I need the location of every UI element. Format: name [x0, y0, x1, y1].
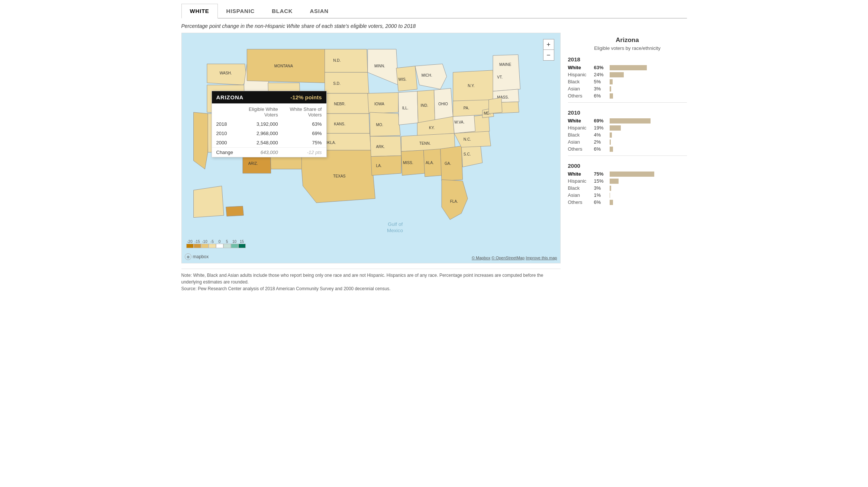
sidebar-data-row: Hispanic24%: [568, 72, 687, 77]
sidebar-race-label: Asian: [568, 192, 594, 198]
sidebar-bar-background: [610, 172, 687, 177]
svg-text:Gulf of: Gulf of: [388, 221, 403, 227]
state-mo[interactable]: [370, 112, 400, 136]
sidebar-bar-fill: [610, 193, 610, 198]
state-ak[interactable]: [193, 186, 223, 218]
sidebar-pct-value: 6%: [594, 199, 610, 205]
svg-text:W.VA.: W.VA.: [454, 120, 464, 124]
sidebar-bar-fill: [610, 132, 612, 138]
main-layout: WASH. MONTANA N.D. S.D.: [181, 33, 687, 292]
sidebar-race-label: Others: [568, 146, 594, 152]
sidebar-race-label: Asian: [568, 139, 594, 145]
sidebar-race-label: White: [568, 118, 594, 124]
sidebar: Arizona Eligible voters by race/ethnicit…: [568, 33, 687, 292]
legend-tick-label: -20: [186, 240, 194, 244]
sidebar-bar-background: [610, 72, 687, 77]
legend-tick-label: -15: [194, 240, 201, 244]
svg-text:MONTANA: MONTANA: [274, 64, 293, 68]
mapbox-logo: ⊕ mapbox: [185, 253, 209, 260]
tab-bar: WHITE HISPANIC BLACK ASIAN: [181, 4, 687, 19]
sidebar-pct-value: 5%: [594, 79, 610, 84]
tooltip-change-share: -12 pts: [283, 148, 326, 157]
tooltip-state-name: ARIZONA: [216, 94, 244, 100]
sidebar-data-row: White63%: [568, 65, 687, 70]
svg-text:PA.: PA.: [463, 106, 469, 110]
map-area: WASH. MONTANA N.D. S.D.: [181, 33, 561, 292]
tooltip-row: 20102,968,00069%: [212, 129, 326, 138]
map-container[interactable]: WASH. MONTANA N.D. S.D.: [181, 33, 561, 263]
state-la[interactable]: [371, 156, 401, 175]
notes-section: Note: White, Black and Asian adults incl…: [181, 269, 561, 292]
tooltip-col2-header: White Share of Voters: [283, 103, 326, 119]
sidebar-race-label: Hispanic: [568, 125, 594, 131]
sidebar-bar-fill: [610, 186, 612, 191]
tab-white[interactable]: WHITE: [181, 4, 218, 19]
sidebar-data-row: White75%: [568, 171, 687, 177]
state-ar[interactable]: [370, 136, 401, 156]
svg-text:N.C.: N.C.: [463, 137, 471, 141]
legend-tick-label: 5: [223, 240, 231, 244]
sidebar-pct-value: 69%: [594, 118, 610, 124]
openstreetmap-link[interactable]: © OpenStreetMap: [491, 256, 525, 260]
svg-text:WASH.: WASH.: [219, 71, 232, 75]
tab-black[interactable]: BLACK: [263, 4, 301, 18]
improve-map-link[interactable]: Improve this map: [526, 256, 557, 260]
sidebar-race-label: White: [568, 65, 594, 70]
state-ne-region[interactable]: [493, 55, 520, 91]
state-ne[interactable]: [325, 93, 369, 113]
sidebar-bar-background: [610, 86, 687, 92]
sidebar-bar-fill: [610, 72, 624, 77]
tooltip-col1-header: Eligible White Voters: [238, 103, 283, 119]
zoom-out-button[interactable]: −: [543, 50, 554, 60]
tooltip-eligible: 2,548,000: [238, 138, 283, 148]
state-hi[interactable]: [226, 206, 243, 216]
mapbox-label: mapbox: [193, 254, 209, 259]
sidebar-bar-background: [610, 118, 687, 124]
legend-ticks: -20-15-10-5051015: [186, 240, 246, 244]
svg-text:N.D.: N.D.: [333, 58, 341, 63]
sidebar-pct-value: 63%: [594, 65, 610, 70]
svg-text:Mexico: Mexico: [387, 228, 403, 233]
sidebar-pct-value: 75%: [594, 171, 610, 177]
legend-segment: [231, 244, 238, 248]
sidebar-pct-value: 1%: [594, 192, 610, 198]
sidebar-section-2018: 2018White63%Hispanic24%Black5%Asian3%Oth…: [568, 56, 687, 103]
sidebar-bar-fill: [610, 86, 612, 92]
legend-segment: [238, 244, 246, 248]
state-nj[interactable]: [488, 97, 502, 113]
svg-text:MAINE: MAINE: [499, 63, 511, 67]
state-ks[interactable]: [325, 113, 370, 133]
svg-text:ILL.: ILL.: [402, 106, 408, 110]
svg-text:ARIZ.: ARIZ.: [248, 161, 258, 166]
sidebar-pct-value: 3%: [594, 86, 610, 92]
svg-text:NEBR.: NEBR.: [334, 102, 345, 106]
tooltip-row: 20183,192,00063%: [212, 119, 326, 129]
tooltip-change-value: -12% points: [290, 94, 322, 100]
svg-text:WIS.: WIS.: [398, 77, 406, 81]
state-ga[interactable]: [440, 146, 462, 181]
tab-hispanic[interactable]: HISPANIC: [218, 4, 264, 18]
legend-segment: [223, 244, 231, 248]
tooltip-share: 63%: [283, 119, 326, 129]
sidebar-bar-background: [610, 179, 687, 184]
sidebar-data-row: Others6%: [568, 199, 687, 205]
state-sd[interactable]: [325, 72, 369, 93]
sidebar-data-row: Others6%: [568, 146, 687, 152]
tab-asian[interactable]: ASIAN: [301, 4, 337, 18]
mapbox-link[interactable]: © Mapbox: [472, 256, 490, 260]
legend-segment: [201, 244, 209, 248]
sidebar-subtitle: Eligible voters by race/ethnicity: [568, 45, 687, 51]
state-nd[interactable]: [325, 49, 367, 72]
sidebar-race-label: Asian: [568, 86, 594, 92]
sidebar-sections: 2018White63%Hispanic24%Black5%Asian3%Oth…: [568, 56, 687, 205]
sidebar-data-row: Black5%: [568, 79, 687, 84]
legend-segment: [194, 244, 201, 248]
sidebar-race-label: White: [568, 171, 594, 177]
legend-tick-label: 15: [238, 240, 246, 244]
tooltip-change-label: Change: [212, 148, 238, 157]
zoom-in-button[interactable]: +: [543, 39, 554, 50]
state-ca[interactable]: [193, 112, 207, 169]
sidebar-bar-background: [610, 65, 687, 70]
svg-text:FLA.: FLA.: [450, 199, 458, 204]
sidebar-bar-background: [610, 186, 687, 191]
